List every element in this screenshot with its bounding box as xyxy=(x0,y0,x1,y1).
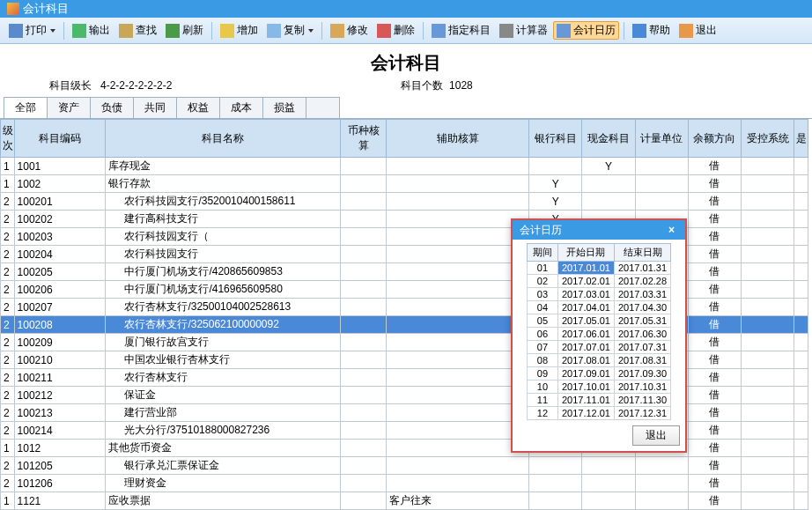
close-icon[interactable]: × xyxy=(665,224,678,236)
table-row[interactable]: 2100201农行科技园支行/3520010400158611Y借 xyxy=(1,193,808,211)
cell: 100207 xyxy=(14,299,106,316)
cell: 库存现金 xyxy=(106,158,341,175)
cell: 100204 xyxy=(14,246,106,263)
toolbar-删除[interactable]: 删除 xyxy=(373,21,418,40)
tab-共同[interactable]: 共同 xyxy=(133,97,177,118)
cal-row[interactable]: 102017.10.012017.10.31 xyxy=(527,381,670,394)
table-row[interactable]: 2101205银行承兑汇票保证金借 xyxy=(1,457,808,475)
table-row[interactable]: 11001库存现金Y借 xyxy=(1,158,808,175)
column-header[interactable]: 级次 xyxy=(1,120,15,158)
cell xyxy=(635,457,688,475)
cal-cell: 04 xyxy=(527,301,557,314)
指定科目-icon xyxy=(432,24,446,38)
column-header[interactable]: 银行科目 xyxy=(529,120,582,158)
cell: 借 xyxy=(688,334,741,351)
accounts-grid: 级次科目编码科目名称币种核算辅助核算银行科目现金科目计量单位余额方向受控系统是 … xyxy=(0,119,808,510)
tab-损益[interactable]: 损益 xyxy=(262,97,306,118)
cal-cell: 2017.03.01 xyxy=(557,288,614,301)
cell: 借 xyxy=(688,369,741,387)
table-row[interactable]: 2101206理财资金借 xyxy=(1,475,808,492)
table-row[interactable]: 11121应收票据客户往来借 xyxy=(1,492,808,510)
cal-row[interactable]: 052017.05.012017.05.31 xyxy=(527,314,670,328)
cell xyxy=(341,193,387,211)
toolbar-指定科目[interactable]: 指定科目 xyxy=(428,21,494,40)
column-header[interactable]: 现金科目 xyxy=(582,120,635,158)
column-header[interactable]: 科目编码 xyxy=(14,120,106,158)
tab-全部[interactable]: 全部 xyxy=(4,97,48,118)
toolbar-退出[interactable]: 退出 xyxy=(675,21,720,40)
column-header[interactable]: 科目名称 xyxy=(106,120,341,158)
column-header[interactable]: 余额方向 xyxy=(688,120,741,158)
cell xyxy=(794,440,808,457)
calendar-grid: 期间开始日期结束日期 012017.01.012017.01.31022017.… xyxy=(527,243,671,420)
输出-icon xyxy=(72,24,86,38)
cell xyxy=(387,351,529,369)
tab-成本[interactable]: 成本 xyxy=(219,97,263,118)
cell: 2 xyxy=(1,351,15,369)
column-header[interactable]: 受控系统 xyxy=(742,120,794,158)
cal-cell: 2017.10.31 xyxy=(615,381,671,394)
打印-icon xyxy=(9,24,23,38)
cal-row[interactable]: 042017.04.012017.04.30 xyxy=(527,301,670,314)
toolbar-刷新[interactable]: 刷新 xyxy=(162,21,207,40)
cell: 银行承兑汇票保证金 xyxy=(106,457,341,475)
cell xyxy=(341,316,387,334)
cell xyxy=(529,475,582,492)
cell: 2 xyxy=(1,228,15,246)
tab-blank[interactable] xyxy=(306,97,340,118)
table-row[interactable]: 11002银行存款Y借 xyxy=(1,175,808,193)
column-header[interactable]: 辅助核算 xyxy=(387,120,529,158)
cell xyxy=(387,299,529,316)
column-header[interactable]: 币种核算 xyxy=(341,120,387,158)
cal-cell: 2017.04.01 xyxy=(557,301,614,314)
cal-row[interactable]: 082017.08.012017.08.31 xyxy=(527,354,670,367)
toolbar-计算器[interactable]: 计算器 xyxy=(496,21,551,40)
toolbar-label: 复制 xyxy=(284,23,305,38)
cell xyxy=(387,334,529,351)
cell: 其他货币资金 xyxy=(106,440,341,457)
toolbar-增加[interactable]: 增加 xyxy=(217,21,262,40)
cal-cell: 2017.10.01 xyxy=(557,381,614,394)
toolbar-会计日历[interactable]: 会计日历 xyxy=(553,21,619,40)
cal-row[interactable]: 032017.03.012017.03.31 xyxy=(527,288,670,301)
toolbar-label: 帮助 xyxy=(649,23,670,38)
toolbar-输出[interactable]: 输出 xyxy=(69,21,114,40)
cal-row[interactable]: 012017.01.012017.01.31 xyxy=(527,262,670,275)
cell: Y xyxy=(529,175,582,193)
cell: 2 xyxy=(1,316,15,334)
cell xyxy=(387,228,529,246)
cell xyxy=(582,175,635,193)
cell: 100205 xyxy=(14,263,106,281)
cal-row[interactable]: 062017.06.012017.06.30 xyxy=(527,328,670,341)
column-header[interactable]: 是 xyxy=(794,120,808,158)
cell: 100203 xyxy=(14,228,106,246)
cal-row[interactable]: 122017.12.012017.12.31 xyxy=(527,407,670,420)
column-header[interactable]: 计量单位 xyxy=(635,120,688,158)
cal-row[interactable]: 022017.02.012017.02.28 xyxy=(527,275,670,288)
tab-资产[interactable]: 资产 xyxy=(47,97,91,118)
cell: 农行科技园支行（ xyxy=(106,228,341,246)
toolbar-修改[interactable]: 修改 xyxy=(327,21,372,40)
cell xyxy=(742,193,794,211)
exit-button[interactable]: 退出 xyxy=(632,425,680,446)
cal-row[interactable]: 092017.09.012017.09.30 xyxy=(527,367,670,381)
toolbar-复制[interactable]: 复制 xyxy=(263,21,317,40)
cal-row[interactable]: 072017.07.012017.07.31 xyxy=(527,341,670,354)
cal-cell: 03 xyxy=(527,288,557,301)
cell: 借 xyxy=(688,404,741,422)
cell: 100212 xyxy=(14,387,106,404)
cell xyxy=(387,281,529,299)
toolbar-label: 查找 xyxy=(136,23,157,38)
cal-row[interactable]: 112017.11.012017.11.30 xyxy=(527,394,670,407)
删除-icon xyxy=(377,24,391,38)
toolbar-查找[interactable]: 查找 xyxy=(115,21,160,40)
tab-负债[interactable]: 负债 xyxy=(90,97,134,118)
toolbar-打印[interactable]: 打印 xyxy=(5,21,59,40)
tabs: 全部资产负债共同权益成本损益 xyxy=(0,97,812,119)
dialog-titlebar[interactable]: 会计日历 × xyxy=(513,220,685,240)
tab-权益[interactable]: 权益 xyxy=(176,97,220,118)
cell xyxy=(794,404,808,422)
toolbar-label: 计算器 xyxy=(516,23,548,38)
toolbar-帮助[interactable]: 帮助 xyxy=(629,21,674,40)
cell: 100213 xyxy=(14,404,106,422)
